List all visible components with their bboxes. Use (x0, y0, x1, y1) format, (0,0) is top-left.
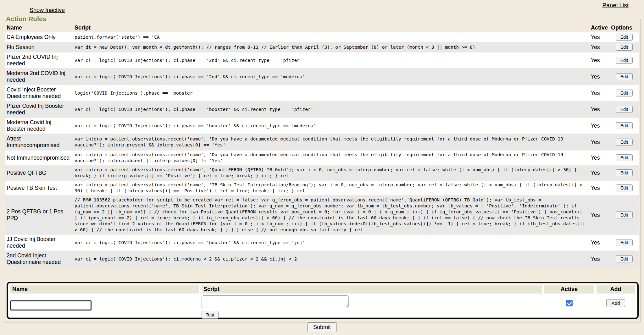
rule-active: Yes (590, 134, 610, 150)
table-row: 2 Pos QFTBG or 1 Pos PPD // RM# 103562 p… (5, 196, 639, 234)
edit-button[interactable]: Edit (616, 106, 633, 113)
rule-name: Moderna Covid Inj Booster needed (5, 118, 73, 134)
rule-script: var interp = patient.observations.recent… (73, 134, 590, 150)
rule-script: var ci = logic('COVID Injections'); ci.p… (73, 52, 590, 68)
rule-name: 2nd Covid Inject Questionnaire needed (5, 251, 73, 267)
submit-button[interactable]: Submit (307, 322, 337, 332)
edit-button[interactable]: Edit (616, 169, 633, 176)
edit-button[interactable]: Edit (616, 184, 633, 191)
rule-name: Attest Immunocompromised (5, 134, 73, 150)
rule-active: Yes (590, 118, 610, 134)
table-row: Not Immunocompromised var interp = patie… (5, 151, 639, 165)
rule-name: JJ Covid Inj Booster needed (5, 235, 73, 250)
form-header-name: Name (10, 285, 199, 294)
rule-name: 2 Pos QFTBG or 1 Pos PPD (5, 196, 73, 234)
rule-script: logic('COVID Injections').phase == 'boos… (73, 85, 590, 101)
rule-name: Positive QFTBG (5, 166, 73, 180)
table-row: Attest Immunocompromised var interp = pa… (5, 134, 639, 150)
action-rules-legend: Action Rules (5, 15, 47, 23)
rule-name: Not Immunocompromised (5, 151, 73, 165)
rule-name: Covid Inject Booster Questionnaire neede… (5, 85, 73, 101)
table-row: Covid Inject Booster Questionnaire neede… (5, 85, 639, 101)
rule-active: Yes (590, 52, 610, 68)
table-row: Moderna 2nd COVID Inj needed var ci = lo… (5, 69, 639, 85)
rule-active: Yes (590, 196, 610, 234)
table-header-row: Name Script Active Options (5, 24, 639, 32)
rule-script: var interp = patient.observations.recent… (73, 166, 590, 180)
rule-active: Yes (590, 69, 610, 85)
rule-active: Yes (590, 151, 610, 165)
rules-table-body: CA Employees Only patient.formvar('state… (5, 32, 639, 267)
rule-script: var dt = new Date(); var month = dt.getM… (73, 42, 590, 52)
rule-name: CA Employees Only (5, 32, 73, 42)
column-header-script: Script (73, 24, 590, 32)
rule-script: var ci = logic('COVID Injections'); ci.p… (73, 102, 590, 117)
show-inactive-link[interactable]: Show Inactive (30, 7, 65, 14)
rule-script: var interp = patient.observations.recent… (73, 181, 590, 195)
test-button[interactable]: Test (202, 311, 219, 319)
edit-button[interactable]: Edit (616, 73, 633, 80)
add-rule-form: Name Script Active Add Test Add (7, 282, 639, 319)
rule-name: Flu Season (5, 42, 73, 52)
name-input[interactable] (10, 300, 92, 310)
action-rules-panel: Action Rules Name Script Active Options … (4, 15, 641, 322)
table-row: Pfizer Covid Inj Booster needed var ci =… (5, 102, 639, 117)
rule-script: // RM# 103562 placeholder for script to … (73, 196, 590, 234)
add-button[interactable]: Add (606, 299, 625, 307)
rule-script: patient.formvar('state') == 'CA' (73, 32, 590, 42)
rule-script: var ci = logic('COVID Injections'); ci.p… (73, 235, 590, 250)
edit-button[interactable]: Edit (616, 57, 633, 64)
edit-button[interactable]: Edit (616, 139, 633, 146)
edit-button[interactable]: Edit (616, 34, 633, 41)
rule-name: Moderna 2nd COVID Inj needed (5, 69, 73, 85)
edit-button[interactable]: Edit (616, 122, 633, 129)
table-row: Postive TB Skin Test var interp = patien… (5, 181, 639, 195)
table-row: Positive QFTBG var interp = patient.obse… (5, 166, 639, 180)
rule-name: Pfizer 2nd COVID Inj needed (5, 52, 73, 68)
rule-active: Yes (590, 32, 610, 42)
rule-active: Yes (590, 102, 610, 117)
active-checkbox[interactable] (566, 300, 573, 306)
form-header-active: Active (544, 285, 594, 294)
table-row: CA Employees Only patient.formvar('state… (5, 32, 639, 42)
table-row: Pfizer 2nd COVID Inj needed var ci = log… (5, 52, 639, 68)
table-row: Moderna Covid Inj Booster needed var ci … (5, 118, 639, 134)
column-header-name: Name (5, 24, 73, 32)
script-textarea[interactable] (202, 295, 349, 308)
edit-button[interactable]: Edit (616, 255, 633, 262)
table-row: Flu Season var dt = new Date(); var mont… (5, 42, 639, 52)
rule-name: Pfizer Covid Inj Booster needed (5, 102, 73, 117)
rule-script: var ci = logic('COVID Injections'); ci.p… (73, 69, 590, 85)
edit-button[interactable]: Edit (616, 154, 633, 161)
rule-active: Yes (590, 42, 610, 52)
action-rules-table: Name Script Active Options CA Employees … (5, 23, 639, 267)
rule-active: Yes (590, 181, 610, 195)
rule-script: var interp = patient.observations.recent… (73, 151, 590, 165)
edit-button[interactable]: Edit (616, 211, 633, 218)
rule-script: var ci = logic('COVID Injections'); ci.m… (73, 251, 590, 267)
column-header-options: Options (610, 24, 639, 32)
column-header-active: Active (590, 24, 610, 32)
form-header-script: Script (202, 285, 542, 294)
rule-active: Yes (590, 85, 610, 101)
edit-button[interactable]: Edit (616, 44, 633, 51)
table-row: JJ Covid Inj Booster needed var ci = log… (5, 235, 639, 250)
rule-active: Yes (590, 251, 610, 267)
rule-name: Postive TB Skin Test (5, 181, 73, 195)
edit-button[interactable]: Edit (616, 239, 633, 246)
rule-active: Yes (590, 235, 610, 250)
table-row: 2nd Covid Inject Questionnaire needed va… (5, 251, 639, 267)
form-header-add: Add (597, 285, 635, 294)
rule-script: var ci = logic('COVID Injections'); ci.p… (73, 118, 590, 134)
edit-button[interactable]: Edit (616, 90, 633, 96)
panel-list-link[interactable]: Panel List (602, 2, 629, 9)
rule-active: Yes (590, 166, 610, 180)
